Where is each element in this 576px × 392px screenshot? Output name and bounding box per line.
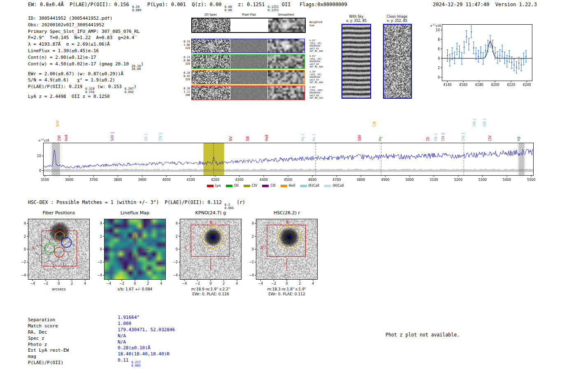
match-table-row: mag18.40(18.40,18.40)R	[28, 354, 175, 360]
spec2d-image	[192, 19, 230, 32]
legend-swatch	[262, 185, 269, 187]
pixel-flat-image	[231, 19, 268, 32]
match-table-row: Photo zN/A	[28, 342, 175, 348]
match-row-value: 1.91664"	[118, 315, 139, 320]
line-fit-zoom-plot	[427, 19, 536, 93]
main-flux-units-label: e-17x2Å	[39, 138, 49, 142]
cutout-canvas-image	[244, 216, 323, 286]
emission-line-label: OII {	[144, 133, 148, 141]
clean-cutout-canvas	[383, 24, 412, 99]
legend-label: OII	[234, 184, 239, 188]
spec2d-row-stats: 0.15 1.66 329	[181, 40, 190, 50]
smoothed-image	[268, 39, 304, 53]
emission-line-label: CIII {	[441, 133, 445, 141]
text-segment: 18.40(18.40,18.40)R	[118, 351, 170, 357]
report-datetime: 2024-12-29 11:47:40	[433, 2, 489, 7]
cutout-title: Lineflux Map	[104, 210, 166, 216]
emission-line-label: OIII {	[473, 118, 476, 127]
spec2d-row-stats: 0.13 0.80 329	[181, 56, 190, 65]
text-segment: 0.11	[118, 357, 131, 363]
spec2d-row-annotation: 0.81" (352, 85) 20200102 v017_01 307_RL_…	[309, 39, 323, 53]
smoothed-image	[268, 55, 304, 68]
emission-line-label: CII	[426, 137, 430, 141]
emission-line-label: SiIV {	[111, 132, 114, 141]
catalog-match-table: Separation1.91664"Match score1.000RA, De…	[28, 317, 175, 366]
info-line: P(LAE)/P(OII): 0.219 0.3180.156 (w: 0.15…	[28, 84, 144, 93]
emission-line-label: SiIV	[358, 135, 362, 141]
spec2d-row	[191, 86, 305, 100]
cutout-title: KPNO(24.7) g	[180, 210, 242, 216]
pixel-flat-image	[230, 70, 267, 84]
emission-line-label: CIV {	[159, 132, 163, 141]
emission-line-label: Hε {	[312, 134, 316, 141]
legend-swatch	[281, 185, 287, 187]
sup-sub-value: 20.1020.09	[132, 65, 141, 71]
spec2d-row	[191, 70, 305, 84]
cutout-title: Fiber Positions	[28, 210, 90, 216]
cutout-caption: m:18.9 re:1.9" s:2.2"	[180, 287, 242, 291]
spec2d-col-title-2: Pixel Flat	[242, 13, 256, 16]
spec2d-image	[192, 70, 230, 84]
withsky-title: With Sky	[349, 15, 364, 19]
text-segment: OII Flags:0x00000009	[279, 2, 347, 7]
spec2d-row-stats: 0.10 0.93 329	[181, 71, 190, 81]
header-summary-line: EW: 0.8±0.4Å P(LAE)/P(OII): 0.156 0.290.…	[28, 2, 347, 12]
zoom-flux-units-label: e-17x2Å	[430, 23, 441, 28]
info-line: ID: 3005441952 (3005441952.pdf)	[28, 15, 144, 22]
spec2d-row-annotation: 1.45" (352, 926) 20200102 v017_02 307_RU…	[309, 86, 323, 100]
match-row-label: Photo z	[28, 342, 118, 347]
text-segment: S/N = 4.9(±0.6) χ² = 1.9(±0.2)	[28, 77, 115, 83]
match-row-label: Match score	[28, 323, 118, 329]
info-line: LyA z = 2.4498 OII z = 0.1250	[28, 93, 144, 100]
text-segment: LineFlux = 1.30(±0.45)e-16	[28, 48, 99, 53]
text-segment: Primary Spec_Slot_IFU_AMP: 307_085_076_R…	[28, 29, 140, 34]
emission-line-label: HeII	[65, 135, 68, 141]
spec2d-image	[192, 55, 230, 68]
text-segment: 0.28(±0.10)Å	[118, 345, 150, 350]
match-table-row: Spec zN/A	[28, 336, 175, 342]
legend-label: HeII	[289, 184, 295, 188]
text-segment: EW: 0.8±0.4Å P(LAE)/P(OII): 0.156	[28, 2, 132, 7]
text-segment: z: 0.1251	[232, 2, 268, 7]
text-segment: Cont(w) = 4.50(±0.02)e-17 (gmag 20.10	[28, 61, 132, 67]
match-row-value: 1.000	[118, 321, 131, 326]
spec2d-image	[192, 39, 230, 53]
pixel-flat-image	[230, 55, 267, 68]
text-segment: (r)	[234, 199, 245, 205]
emission-line-label: Hγ {	[301, 134, 305, 141]
emission-line-label: HeII	[265, 135, 269, 141]
legend-label: Lyα	[215, 184, 221, 188]
spacer	[489, 2, 495, 7]
sup-sub-value: 0.3180.156	[85, 87, 95, 93]
info-line: LineFlux = 1.30(±0.45)e-16	[28, 48, 144, 54]
legend-label: CIII	[270, 184, 276, 188]
spec2d-row-annotation: 1.10" (352, 85) 20200102 v017_07 307_RL_…	[309, 70, 323, 84]
legend-label: (K)CaII	[309, 184, 320, 188]
emission-line-label: OVI	[58, 135, 61, 141]
match-row-label: P(LAE)/P(OII)	[28, 360, 118, 365]
text-segment: (w: 0.153	[95, 84, 125, 89]
match-row-value: 179.430471, 52.032846	[118, 327, 175, 332]
match-row-label: Spec z	[28, 336, 118, 341]
spec2d-row-stats: 0.10 1.11 348	[181, 87, 190, 97]
match-table-row: P(LAE)/P(OII)0.11 0.2170.065	[28, 360, 175, 366]
info-line: Cont(n) = 2.00(±0.12)e-17	[28, 54, 144, 61]
cutout-title: HSC(26.2) r	[256, 210, 318, 216]
text-segment: 1.000	[118, 321, 131, 326]
spec2d-row-annotation: 0.61" (352, 85) 20200102 v017_03 307_RL_…	[309, 55, 323, 68]
text-segment: EWr = 2.00(±0.67) (w: 0.87(±0.29))Å	[28, 71, 123, 77]
match-row-value: 0.11 0.2170.065	[118, 357, 141, 363]
cutout-caption: m:18.3 re:1.8" s:1.9"	[256, 287, 318, 291]
cutout-canvas-lineflux	[93, 216, 171, 286]
emission-line-label: OIII {	[462, 132, 465, 141]
text-segment: P(Lyα): 0.001 Q(z): 0.00	[141, 2, 224, 7]
legend-swatch	[244, 185, 250, 187]
legend-item: CIII	[262, 184, 276, 188]
text-segment: 179.430471, 52.032846	[118, 327, 175, 332]
text-segment: P(LAE)/P(OII): 0.219	[28, 84, 85, 89]
text-segment: λ = 4193.87Å σ = 2.69(±1.06)Å	[28, 42, 110, 47]
clean-coords: x, y: 352, 85	[387, 19, 407, 23]
pixel-flat-image	[230, 39, 267, 53]
match-row-label: mag	[28, 354, 118, 359]
text-segment: Cont(n) = 2.00(±0.12)e-17	[28, 55, 96, 60]
